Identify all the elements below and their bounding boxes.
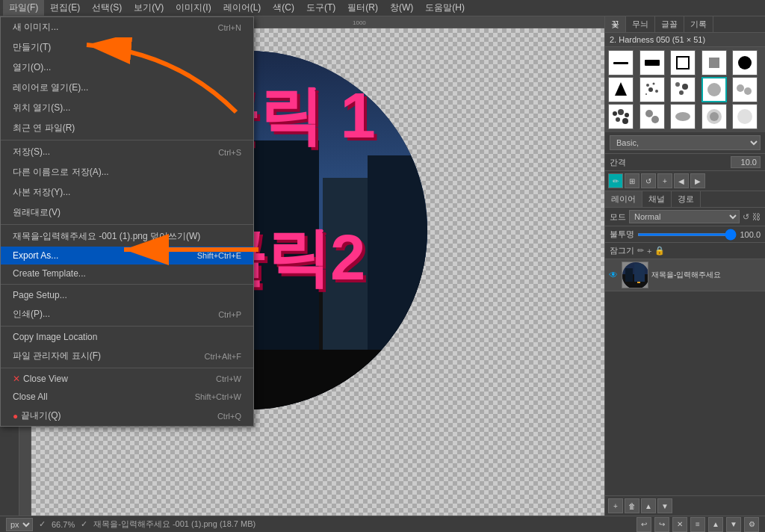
mode-link-icon[interactable]: ⛓ (752, 212, 761, 221)
menu-save[interactable]: 저장(S)... Ctrl+S (1, 142, 253, 162)
menu-show-manager[interactable]: 파일 관리자에 표시(F) Ctrl+Alt+F (1, 346, 253, 366)
menu-layer[interactable]: 레이어(L) (217, 0, 267, 16)
menu-open-layer[interactable]: 레이어로 열기(E)... (1, 78, 253, 98)
svg-point-12 (682, 84, 688, 90)
menu-create[interactable]: 만들기(T) (1, 37, 253, 58)
separator-5 (1, 368, 253, 368)
layer-down-btn[interactable]: ▼ (657, 498, 672, 513)
menu-page-setup[interactable]: Page Setup... (1, 286, 253, 304)
brush-next-btn[interactable]: ▶ (690, 173, 705, 188)
brush-preset-1[interactable] (608, 50, 634, 75)
brush-options-btn[interactable]: ⊞ (625, 173, 639, 188)
layer-item-0[interactable]: 👁 재목을-입력해주세요 (605, 259, 765, 291)
menu-close-all[interactable]: Close All Shift+Ctrl+W (1, 388, 253, 406)
bottom-up-btn[interactable]: ▲ (708, 517, 723, 532)
menu-edit[interactable]: 편집(E) (44, 0, 86, 16)
menu-save-as[interactable]: 다른 이름으로 저장(A)... (1, 162, 253, 182)
menu-file[interactable]: 파일(F) (3, 0, 44, 16)
tab-layers[interactable]: 레이어 (605, 191, 642, 207)
svg-point-10 (645, 93, 647, 95)
brush-spacing-label: 간격 (610, 157, 728, 168)
bottom-down-btn[interactable]: ▼ (726, 517, 741, 532)
tab-history[interactable]: 기록 (684, 16, 713, 32)
tab-flower[interactable]: 꽃 (605, 16, 626, 32)
tab-font[interactable]: 글꼴 (655, 16, 684, 32)
menu-open[interactable]: 열기(O)... (1, 58, 253, 78)
mode-reset-icon[interactable]: ↺ (743, 212, 749, 222)
layer-mode-row: 모드 Normal Multiply Screen ↺ ⛓ (605, 208, 765, 226)
menu-overwrite[interactable]: 재목을-입력해주세요 -001 (1).png 덮어쓰기(W) (1, 226, 253, 247)
layer-name: 재목을-입력해주세요 (651, 270, 762, 280)
separator-3 (1, 284, 253, 285)
brush-preset-5[interactable] (732, 50, 758, 75)
brush-header: 2. Hardness 050 (51 × 51) (605, 33, 765, 47)
brush-preset-4[interactable] (701, 50, 727, 75)
menu-color[interactable]: 색(C) (267, 0, 300, 16)
layer-add-btn[interactable]: + (608, 498, 623, 513)
menu-tools[interactable]: 도구(T) (300, 0, 341, 16)
brush-preset-13[interactable] (670, 104, 696, 129)
bottom-redo-btn[interactable]: ↪ (654, 517, 669, 532)
menu-quit[interactable]: ● 끝내기(Q) Ctrl+Q (1, 406, 253, 426)
menu-new[interactable]: 새 이미지... Ctrl+N (1, 17, 253, 37)
layer-visibility-btn[interactable]: 👁 (608, 270, 619, 280)
brush-mode-btn[interactable]: ✏ (608, 173, 623, 188)
brush-prev-btn[interactable]: ◀ (674, 173, 689, 188)
layer-mode-select[interactable]: Normal Multiply Screen (629, 210, 740, 223)
tab-paths[interactable]: 경로 (672, 191, 701, 207)
layer-delete-btn[interactable]: 🗑 (625, 498, 639, 513)
separator-4 (1, 326, 253, 327)
brush-preset-14[interactable] (701, 104, 727, 129)
tab-channels[interactable]: 채널 (642, 191, 672, 207)
lock-all-icon[interactable]: 🔒 (654, 246, 665, 256)
bottom-undo-btn[interactable]: ↩ (637, 517, 651, 532)
menu-copy-location[interactable]: Copy Image Location (1, 328, 253, 346)
brush-preset-2[interactable] (639, 50, 665, 75)
menu-revert[interactable]: 원래대로(V) (1, 202, 253, 223)
menu-filter[interactable]: 필터(R) (341, 0, 384, 16)
bottom-gear-btn[interactable]: ⚙ (744, 517, 759, 532)
brush-preset-12[interactable] (639, 104, 665, 129)
brush-reset-btn[interactable]: ↺ (641, 173, 656, 188)
file-dropdown-menu: 새 이미지... Ctrl+N 만들기(T) 열기(O)... 레이어로 열기(… (0, 16, 254, 427)
menu-select[interactable]: 선택(S) (86, 0, 128, 16)
bottom-close-btn[interactable]: ✕ (672, 517, 687, 532)
menu-save-copy[interactable]: 사본 저장(Y)... (1, 182, 253, 202)
menu-windows[interactable]: 창(W) (384, 0, 419, 16)
menu-print[interactable]: 인쇄(P)... Ctrl+P (1, 304, 253, 324)
status-zoom-value: 66.7% (52, 520, 75, 529)
brush-preset-6[interactable] (608, 77, 634, 102)
menu-open-location[interactable]: 위치 열기(S)... (1, 98, 253, 118)
brush-preset-9[interactable] (701, 77, 727, 102)
svg-point-21 (622, 118, 628, 124)
menu-image[interactable]: 이미지(I) (170, 0, 217, 16)
layer-lock-row: 잠그기 ✏ + 🔒 (605, 243, 765, 259)
menu-view[interactable]: 보기(V) (128, 0, 170, 16)
brush-spacing-row: 간격 (605, 154, 765, 171)
lock-move-icon[interactable]: + (647, 247, 651, 256)
brush-category-select[interactable]: Basic, (610, 135, 761, 150)
menu-close-view[interactable]: ✕ Close View Ctrl+W (1, 370, 253, 388)
layer-up-btn[interactable]: ▲ (641, 498, 656, 513)
bottom-layers-btn[interactable]: ≡ (690, 517, 705, 532)
brush-preset-7[interactable] (639, 77, 665, 102)
brush-add-btn[interactable]: + (657, 173, 672, 188)
brush-preset-15[interactable] (732, 104, 758, 129)
menu-recent[interactable]: 최근 연 파일(R) (1, 118, 253, 138)
brush-preset-3[interactable] (670, 50, 696, 75)
menu-help[interactable]: 도움말(H) (419, 0, 471, 16)
brush-preset-10[interactable] (732, 77, 758, 102)
opacity-slider[interactable] (637, 233, 737, 236)
lock-icon[interactable]: ✏ (637, 246, 644, 256)
unit-select[interactable]: px (6, 518, 33, 531)
svg-point-7 (652, 83, 654, 85)
brush-preset-11[interactable] (608, 104, 634, 129)
menu-create-template[interactable]: Create Template... (1, 265, 253, 282)
brush-spacing-input[interactable] (731, 156, 761, 168)
mode-label: 모드 (610, 211, 626, 223)
tab-pattern[interactable]: 무늬 (626, 16, 655, 32)
brush-preset-8[interactable] (670, 77, 696, 102)
menu-export-as[interactable]: Export As... Shift+Ctrl+E (1, 247, 253, 265)
svg-marker-5 (615, 82, 627, 96)
separator-1 (1, 140, 253, 140)
